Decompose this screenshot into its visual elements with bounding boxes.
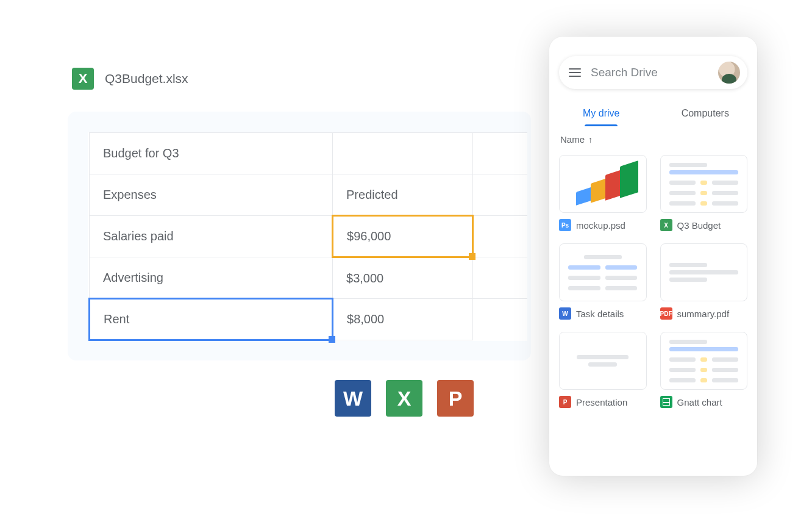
ppt-icon: P: [559, 396, 571, 408]
tab-computers[interactable]: Computers: [654, 108, 758, 119]
drive-tabs: My drive Computers: [549, 100, 757, 127]
cell-a5-selected[interactable]: Rent: [90, 299, 333, 340]
file-card-taskdetails[interactable]: W Task details: [559, 243, 647, 320]
file-thumbnail: [660, 332, 748, 390]
search-placeholder[interactable]: Search Drive: [591, 66, 718, 79]
file-card-gnatt[interactable]: Gnatt chart: [660, 332, 748, 408]
cell-a1[interactable]: Budget for Q3: [90, 133, 333, 174]
cell-c5[interactable]: [472, 299, 527, 340]
word-app-icon[interactable]: W: [335, 380, 371, 417]
table-row[interactable]: Advertising $3,000: [90, 257, 528, 299]
psd-icon: Ps: [559, 219, 571, 231]
cell-b1[interactable]: [333, 133, 473, 174]
tab-my-drive[interactable]: My drive: [549, 108, 654, 119]
file-card-q3budget[interactable]: X Q3 Budget: [660, 155, 748, 231]
spreadsheet-header: X Q3Budget.xlsx: [72, 68, 188, 90]
powerpoint-app-icon[interactable]: P: [437, 380, 474, 417]
file-card-presentation[interactable]: P Presentation: [559, 332, 647, 408]
cell-c4[interactable]: [472, 257, 527, 299]
file-thumbnail: [660, 155, 748, 213]
excel-app-icon[interactable]: X: [386, 380, 422, 417]
file-name: summary.pdf: [677, 309, 730, 319]
file-card-mockup[interactable]: Ps mockup.psd: [559, 155, 647, 231]
table-row[interactable]: Salaries paid $96,000: [90, 216, 528, 257]
file-card-summary[interactable]: PDF summary.pdf: [660, 243, 748, 320]
xlsx-icon: X: [660, 219, 672, 231]
cell-c2[interactable]: [472, 174, 527, 216]
cell-a4[interactable]: Advertising: [90, 257, 333, 299]
cell-b5[interactable]: $8,000: [333, 299, 473, 340]
cell-b3-selected[interactable]: $96,000: [333, 216, 473, 257]
table-row[interactable]: Expenses Predicted: [90, 174, 528, 216]
file-thumbnail: [559, 243, 647, 301]
cell-b2[interactable]: Predicted: [333, 174, 473, 216]
cell-a3[interactable]: Salaries paid: [90, 216, 333, 257]
hamburger-menu-icon[interactable]: [569, 68, 581, 77]
sort-label: Name: [560, 134, 585, 145]
app-icon-row: W X P: [335, 380, 474, 417]
table-row[interactable]: Rent $8,000: [90, 299, 528, 340]
cell-a2[interactable]: Expenses: [90, 174, 333, 216]
table-row[interactable]: Budget for Q3: [90, 133, 528, 174]
user-avatar[interactable]: [718, 62, 740, 84]
file-thumbnail: [660, 243, 748, 301]
sheets-icon: [660, 396, 672, 408]
sort-control[interactable]: Name ↑: [560, 134, 593, 145]
docx-icon: W: [559, 307, 571, 320]
spreadsheet-panel: Budget for Q3 Expenses Predicted Salarie…: [68, 112, 531, 360]
spreadsheet-filename: Q3Budget.xlsx: [105, 71, 188, 86]
file-name: mockup.psd: [576, 220, 625, 231]
spreadsheet-table[interactable]: Budget for Q3 Expenses Predicted Salarie…: [88, 132, 527, 341]
drive-file-grid: Ps mockup.psd X Q3 Budget: [559, 155, 747, 408]
chart-icon: [574, 166, 632, 203]
cell-c3[interactable]: [472, 216, 527, 257]
file-thumbnail: [559, 332, 647, 390]
excel-icon: X: [72, 68, 94, 90]
pdf-icon: PDF: [660, 307, 672, 320]
file-name: Task details: [576, 309, 624, 319]
file-name: Gnatt chart: [677, 397, 722, 407]
drive-search-bar[interactable]: Search Drive: [559, 56, 747, 89]
file-thumbnail: [559, 155, 647, 213]
cell-b4[interactable]: $3,000: [333, 257, 473, 299]
file-name: Presentation: [576, 397, 627, 407]
cell-c1[interactable]: [472, 133, 527, 174]
drive-mobile-panel: Search Drive My drive Computers Name ↑ P…: [549, 37, 757, 476]
file-name: Q3 Budget: [677, 220, 721, 231]
sort-ascending-icon: ↑: [588, 135, 593, 145]
